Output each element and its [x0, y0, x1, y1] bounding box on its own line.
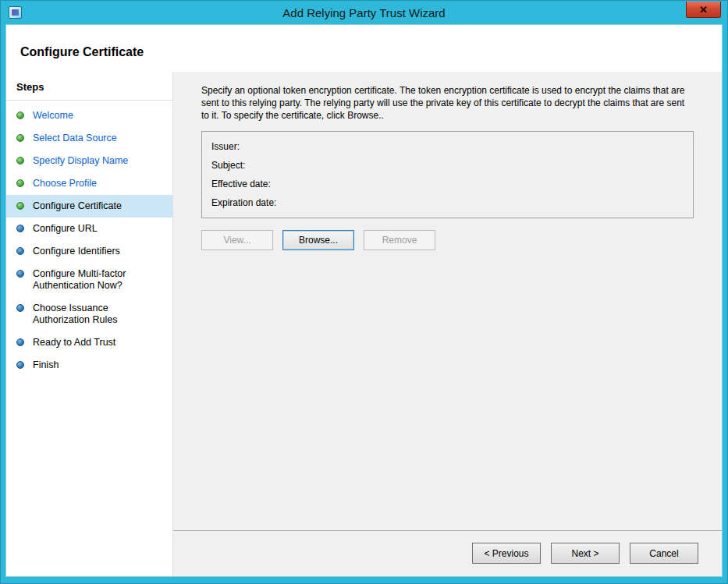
step-label: Configure URL — [33, 223, 98, 235]
step-status-icon — [16, 202, 24, 210]
steps-list: WelcomeSelect Data SourceSpecify Display… — [6, 104, 172, 377]
step-status-icon — [16, 338, 24, 346]
sidebar-item-finish: Finish — [6, 354, 172, 377]
step-status-icon — [16, 304, 24, 312]
browse-button[interactable]: Browse... — [282, 230, 354, 250]
page-header: Configure Certificate — [6, 25, 722, 72]
titlebar[interactable]: Add Relying Party Trust Wizard ✕ — [1, 1, 727, 24]
sidebar-item-configure-identifiers: Configure Identifiers — [6, 240, 172, 263]
wizard-icon — [9, 6, 22, 19]
cert-field-subject: Subject: — [211, 158, 684, 176]
step-status-icon — [16, 361, 24, 369]
step-label: Choose Issuance Authorization Rules — [33, 303, 157, 326]
wizard-window: Add Relying Party Trust Wizard ✕ Configu… — [0, 0, 728, 584]
step-label: Welcome — [33, 110, 73, 122]
sidebar-item-select-data-source[interactable]: Select Data Source — [6, 127, 172, 150]
cert-field-issuer: Issuer: — [211, 139, 684, 158]
instructions-text: Specify an optional token encryption cer… — [201, 84, 694, 122]
step-label: Finish — [33, 359, 59, 371]
step-status-icon — [16, 179, 24, 187]
sidebar-item-welcome[interactable]: Welcome — [6, 104, 172, 127]
sidebar-item-configure-multi-factor-authentication-now: Configure Multi-factor Authentication No… — [6, 263, 172, 297]
footer: < Previous Next > Cancel — [173, 530, 722, 576]
cert-field-label: Effective date: — [211, 179, 271, 189]
page-title: Configure Certificate — [20, 45, 722, 59]
wizard-body: Steps WelcomeSelect Data SourceSpecify D… — [6, 72, 722, 576]
sidebar-item-specify-display-name[interactable]: Specify Display Name — [6, 150, 172, 172]
cert-field-label: Expiration date: — [211, 197, 276, 208]
step-status-icon — [16, 134, 24, 142]
previous-button[interactable]: < Previous — [472, 543, 541, 564]
sidebar-item-ready-to-add-trust: Ready to Add Trust — [6, 331, 172, 354]
sidebar-item-configure-certificate: Configure Certificate — [6, 195, 172, 218]
step-label: Configure Certificate — [33, 200, 122, 212]
sidebar-item-choose-profile[interactable]: Choose Profile — [6, 172, 172, 195]
step-status-icon — [16, 247, 24, 255]
step-status-icon — [16, 157, 24, 165]
certificate-actions: View... Browse... Remove — [201, 230, 694, 250]
sidebar-item-configure-url: Configure URL — [6, 218, 172, 240]
step-status-icon — [16, 111, 24, 119]
cancel-button[interactable]: Cancel — [630, 543, 698, 564]
steps-heading: Steps — [6, 78, 172, 101]
close-button[interactable]: ✕ — [686, 2, 721, 18]
step-label: Ready to Add Trust — [33, 337, 115, 349]
cert-field-effective-date: Effective date: — [211, 176, 684, 195]
step-status-icon — [16, 270, 24, 278]
window-title: Add Relying Party Trust Wizard — [1, 6, 727, 19]
step-label: Specify Display Name — [33, 155, 128, 167]
step-label: Select Data Source — [33, 133, 117, 144]
certificate-details-box: Issuer:Subject:Effective date:Expiration… — [201, 131, 694, 218]
footer-buttons: < Previous Next > Cancel — [173, 531, 722, 576]
remove-button[interactable]: Remove — [364, 230, 435, 250]
window-content: Configure Certificate Steps WelcomeSelec… — [5, 24, 723, 577]
cert-field-label: Issuer: — [211, 141, 240, 152]
steps-sidebar: Steps WelcomeSelect Data SourceSpecify D… — [6, 72, 173, 576]
sidebar-item-choose-issuance-authorization-rules: Choose Issuance Authorization Rules — [6, 297, 172, 331]
next-button[interactable]: Next > — [551, 543, 620, 564]
step-label: Configure Identifiers — [33, 246, 120, 257]
step-label: Choose Profile — [33, 178, 97, 189]
cert-field-expiration-date: Expiration date: — [211, 195, 684, 214]
main-panel: Specify an optional token encryption cer… — [173, 72, 722, 576]
view-button[interactable]: View... — [201, 230, 273, 250]
step-label: Configure Multi-factor Authentication No… — [33, 268, 157, 292]
step-status-icon — [16, 225, 24, 232]
cert-field-label: Subject: — [211, 160, 245, 171]
